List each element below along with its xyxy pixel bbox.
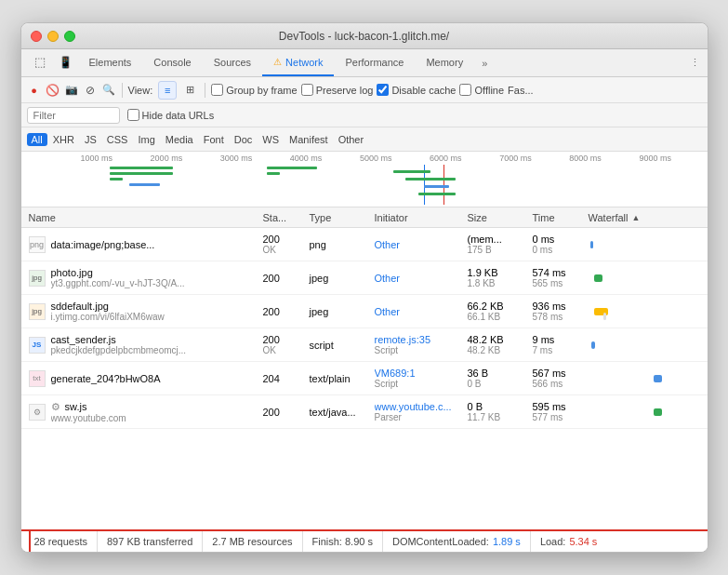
row-name-main: data:image/png;base... (51, 239, 155, 250)
search-button[interactable]: 🔍 (101, 83, 116, 98)
table-row[interactable]: ⚙ ⚙ sw.js www.youtube.com 200 text/java.… (21, 395, 708, 429)
list-view-button[interactable]: ≡ (158, 81, 177, 100)
separator-2 (205, 83, 205, 98)
filter-icon: ⊘ (86, 84, 95, 97)
header-waterfall[interactable]: Waterfall ▲ (589, 212, 708, 223)
header-name[interactable]: Name (21, 212, 263, 223)
clear-button[interactable]: 🚫 (46, 83, 60, 98)
warning-icon: ⚠ (273, 57, 282, 67)
tab-network[interactable]: ⚠ Network (262, 49, 334, 76)
row-type: jpeg (310, 306, 375, 317)
row-name-sub: pkedcjkdefgpdelpbcmbmeomcj... (51, 345, 187, 355)
table-row[interactable]: jpg sddefault.jpg i.ytimg.com/vi/6lfaiXM… (21, 295, 708, 328)
status-dom: DOMContentLoaded: 1.89 s (383, 531, 531, 552)
row-initiator: VM689:1 Script (375, 368, 468, 389)
table-body: png data:image/png;base... 200 OK png Ot… (21, 228, 708, 529)
row-name-sub: i.ytimg.com/vi/6lfaiXM6waw (51, 312, 165, 322)
timeline-bar-5 (267, 172, 280, 175)
type-filter-doc[interactable]: Doc (230, 133, 258, 146)
timeline-label-8: 9000 ms (637, 154, 707, 163)
disable-cache-label[interactable]: Disable cache (377, 84, 456, 96)
row-time: 595 ms 577 ms (533, 401, 589, 422)
row-name-text: generate_204?bHwO8A (51, 373, 161, 384)
type-filter-manifest[interactable]: Manifest (285, 133, 333, 146)
tab-sources-label: Sources (214, 57, 251, 68)
row-status: 200 OK (263, 334, 310, 355)
header-initiator[interactable]: Initiator (375, 212, 468, 223)
timeline-bar-4 (267, 167, 317, 169)
timeline-bar-8 (405, 178, 456, 181)
record-button[interactable]: ● (27, 83, 42, 98)
timeline-bar-3 (110, 178, 123, 181)
minimize-button[interactable] (47, 31, 59, 42)
maximize-button[interactable] (64, 31, 75, 42)
offline-label[interactable]: Offline (459, 84, 504, 96)
tab-inspector[interactable]: ⬚ (27, 49, 53, 76)
hide-data-urls-checkbox[interactable] (127, 109, 139, 121)
camera-button[interactable]: 📷 (64, 83, 79, 98)
type-filter-xhr[interactable]: XHR (48, 133, 79, 146)
type-filter-img[interactable]: Img (133, 133, 159, 146)
tab-device[interactable]: 📱 (53, 49, 78, 76)
filter-input[interactable] (27, 107, 120, 124)
type-filter-css[interactable]: CSS (102, 133, 133, 146)
type-filter-ws[interactable]: WS (258, 133, 284, 146)
table-row[interactable]: png data:image/png;base... 200 OK png Ot… (21, 228, 708, 261)
tab-sources[interactable]: Sources (203, 49, 262, 76)
device-icon: 📱 (59, 56, 73, 69)
type-filter-all[interactable]: All (27, 133, 47, 146)
group-by-frame-text: Group by frame (226, 85, 297, 96)
waterfall-bar (591, 341, 595, 349)
row-time: 9 ms 7 ms (533, 334, 589, 355)
tab-elements-label: Elements (89, 57, 132, 68)
tab-more[interactable]: » (474, 49, 495, 76)
search-icon: 🔍 (102, 84, 115, 96)
row-icon: png (29, 236, 46, 253)
row-waterfall (589, 228, 708, 261)
row-status: 200 OK (263, 234, 310, 255)
tab-memory[interactable]: Memory (415, 49, 474, 76)
type-filter-other[interactable]: Other (334, 133, 369, 146)
group-by-frame-checkbox[interactable] (211, 84, 223, 96)
filter-toggle-button[interactable]: ⊘ (83, 83, 98, 98)
offline-text: Offline (474, 85, 504, 96)
more-icon: » (482, 58, 487, 69)
close-button[interactable] (31, 31, 42, 42)
preserve-log-label[interactable]: Preserve log (301, 84, 374, 96)
tab-elements[interactable]: Elements (78, 49, 143, 76)
waterfall-bar (594, 274, 602, 282)
row-name-cell: JS cast_sender.js pkedcjkdefgpdelpbcmbme… (21, 334, 263, 355)
row-initiator: remote.js:35 Script (375, 334, 468, 355)
tab-console[interactable]: Console (142, 49, 202, 76)
tab-network-label: Network (285, 57, 323, 68)
header-time[interactable]: Time (533, 212, 589, 223)
offline-checkbox[interactable] (459, 84, 471, 96)
preserve-log-checkbox[interactable] (301, 84, 313, 96)
type-filter-js[interactable]: JS (80, 133, 101, 146)
status-resources: 2.7 MB resources (203, 531, 302, 552)
timeline-row: 1000 ms 2000 ms 3000 ms 4000 ms 5000 ms … (21, 152, 708, 207)
header-type[interactable]: Type (310, 212, 375, 223)
disable-cache-checkbox[interactable] (377, 84, 389, 96)
row-size: 48.2 KB 48.2 KB (468, 334, 533, 355)
row-name-sub: yt3.ggpht.com/-vu_v-hJT-3Q/A... (51, 278, 185, 288)
tab-performance[interactable]: Performance (334, 49, 415, 76)
throttle-label: Fas... (508, 85, 534, 96)
hide-data-urls-label[interactable]: Hide data URLs (127, 109, 215, 121)
tab-memory-label: Memory (426, 57, 463, 68)
table-row[interactable]: JS cast_sender.js pkedcjkdefgpdelpbcmbme… (21, 328, 708, 362)
type-filter-media[interactable]: Media (161, 133, 198, 146)
type-filter-font[interactable]: Font (199, 133, 229, 146)
view-label: View: (128, 85, 153, 96)
header-size[interactable]: Size (468, 212, 533, 223)
row-type: text/java... (310, 407, 375, 418)
header-status[interactable]: Sta... (263, 212, 310, 223)
table-row[interactable]: txt generate_204?bHwO8A 204 text/plain V… (21, 362, 708, 395)
grouped-view-button[interactable]: ⊞ (180, 81, 199, 100)
group-by-frame-label[interactable]: Group by frame (211, 84, 297, 96)
preserve-log-text: Preserve log (316, 85, 374, 96)
tab-settings[interactable]: ⋮ (682, 49, 708, 76)
waterfall-bar (590, 241, 593, 248)
row-icon: jpg (29, 303, 46, 320)
table-row[interactable]: jpg photo.jpg yt3.ggpht.com/-vu_v-hJT-3Q… (21, 261, 708, 295)
